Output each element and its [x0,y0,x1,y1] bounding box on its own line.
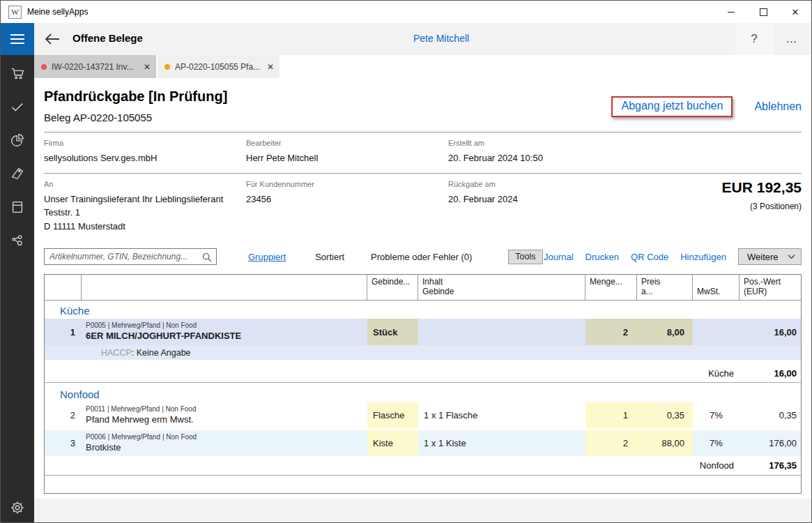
gear-icon [10,500,25,515]
gebinde-cell[interactable]: Flasche [367,402,418,428]
field-firma: Firma sellysolutions Serv.ges.mbH [44,139,246,165]
maximize-icon [760,8,767,16]
hamburger-icon [10,34,24,36]
gebinde-cell[interactable]: Kiste [367,430,418,456]
row-number: 1 [45,319,82,345]
poswert-cell: 0,35 [740,402,801,428]
header-overflow-button[interactable]: … [773,23,811,55]
gebinde-cell[interactable]: Stück [367,319,418,345]
journal-link[interactable]: Journal [544,252,574,262]
menge-cell[interactable]: 1 [585,402,637,428]
page-title: Offene Belege [72,32,143,44]
pie-chart-icon [10,132,25,148]
main-content: Pfandrückgabe [In Prüfung] Beleg AP-0220… [34,78,811,499]
field-kundennummer: Für Kundennummer 23456 [246,180,448,234]
inhalt-cell [418,319,585,345]
field-value: 23456 [246,192,448,206]
reject-button[interactable]: Ablehnen [754,100,802,113]
field-value: 20. Februar 2024 10:50 [448,151,802,165]
article-name: Pfand Mehrweg erm Mwst. [86,414,367,425]
total-positions: (3 Positionen) [722,202,802,211]
status-strip [34,499,811,522]
tab-iw-0220-143721[interactable]: IW-0220-143721 Inv... ✕ [34,55,156,78]
search-icon [201,252,212,262]
tag-icon [10,166,25,181]
field-value: Unser Trainingslieferant Ihr Lieblingsli… [44,192,246,234]
sidebar-item-labels[interactable] [9,166,26,181]
window-title: Meine sellyApps [27,7,88,17]
poswert-cell: 176,00 [740,430,801,456]
help-button[interactable]: ? [735,23,773,55]
sidebar-item-tasks[interactable] [9,99,26,114]
article-name: 6ER MILCH/JOGHURT-PFANDKISTE [86,331,367,341]
book-icon [10,199,25,215]
sidebar-item-share[interactable] [9,233,26,248]
document-header: Pfandrückgabe [In Prüfung] Beleg AP-0220… [44,78,802,123]
subtotal-value: 176,35 [737,460,801,471]
tools-button[interactable]: Tools [508,250,542,264]
print-link[interactable]: Drucken [585,252,619,262]
maximize-button[interactable] [747,1,779,23]
col-header-inhalt: InhaltGebinde [418,275,585,300]
sidebar-item-settings[interactable] [9,499,26,516]
tab-label: AP-0220-105055 Pfa... [175,62,263,72]
sidebar-item-reports[interactable] [9,132,26,148]
col-header-empty [45,275,82,300]
sidebar-item-catalog[interactable] [9,199,26,215]
book-outgoing-button[interactable]: Abgang jetzt buchen [611,96,733,117]
tab-label: IW-0220-143721 Inv... [52,62,139,72]
table-header-row: Gebinde... InhaltGebinde Menge... Preisa… [45,275,801,301]
back-button[interactable] [43,30,62,48]
titlebar: W Meine sellyApps ✕ [1,1,811,23]
minimize-button[interactable] [715,1,747,23]
problems-link[interactable]: Probleme oder Fehler (0) [371,252,472,262]
subtotal-row-nonfood: Nonfood 176,35 [45,456,801,476]
close-icon: ✕ [792,8,799,17]
minimize-icon [728,12,735,13]
document-total: EUR 192,35 (3 Positionen) [722,179,802,211]
table-row[interactable]: 3 P0006 | Mehrweg/Pfand | Non Food Brotk… [45,430,801,456]
preis-cell[interactable]: 88,00 [637,430,693,456]
article-cell: P0006 | Mehrweg/Pfand | Non Food Brotkis… [82,430,367,456]
article-cell: P0011 | Mehrweg/Pfand | Non Food Pfand M… [82,402,367,428]
positions-table: Gebinde... InhaltGebinde Menge... Preisa… [44,274,802,494]
menge-cell[interactable]: 2 [585,319,637,345]
mwst-cell: 7% [693,402,740,428]
more-dropdown-button[interactable]: Weitere [738,248,802,265]
tab-status-dot [41,64,47,70]
search-box[interactable] [44,248,217,265]
add-link[interactable]: Hinzufügen [680,252,726,262]
menge-cell[interactable]: 2 [585,430,637,456]
inhalt-cell: 1 x 1 Flasche [418,402,585,428]
tab-close-icon[interactable]: ✕ [267,62,274,72]
hamburger-menu-button[interactable] [1,23,34,55]
field-label: Firma [44,139,246,147]
article-meta: P0006 | Mehrweg/Pfand | Non Food [86,433,367,441]
search-input[interactable] [45,252,201,262]
haccp-label: HACCP [101,348,132,358]
grouped-link[interactable]: Gruppiert [248,252,286,262]
user-name-link[interactable]: Pete Mitchell [413,33,469,44]
group-header-kueche: Küche [45,301,801,319]
sidebar-item-cart[interactable] [9,66,26,81]
subtotal-row-kueche: Küche 16,00 [45,364,801,383]
subtotal-value: 16,00 [737,368,801,379]
article-meta: P0011 | Mehrweg/Pfand | Non Food [86,405,367,413]
field-an: An Unser Trainingslieferant Ihr Liebling… [44,180,246,234]
field-value: Herr Pete Mitchell [246,151,448,165]
close-button[interactable]: ✕ [779,1,811,23]
tab-close-icon[interactable]: ✕ [144,62,151,72]
tab-ap-0220-105055[interactable]: AP-0220-105055 Pfa... ✕ [158,55,279,78]
preis-cell[interactable]: 0,35 [637,402,693,428]
qr-code-link[interactable]: QR Code [631,252,668,262]
row-number: 2 [45,402,82,428]
sorted-link[interactable]: Sortiert [315,252,344,262]
window-controls: ✕ [715,1,811,23]
preis-cell[interactable]: 8,00 [637,319,693,345]
row-number: 3 [45,430,82,456]
table-row[interactable]: 1 P0005 | Mehrweg/Pfand | Non Food 6ER M… [45,319,801,345]
more-dropdown-label: Weitere [747,252,779,262]
col-header-poswert: Pos.-Wert(EUR) [740,275,801,300]
poswert-cell: 16,00 [740,319,801,345]
table-row[interactable]: 2 P0011 | Mehrweg/Pfand | Non Food Pfand… [45,402,801,428]
